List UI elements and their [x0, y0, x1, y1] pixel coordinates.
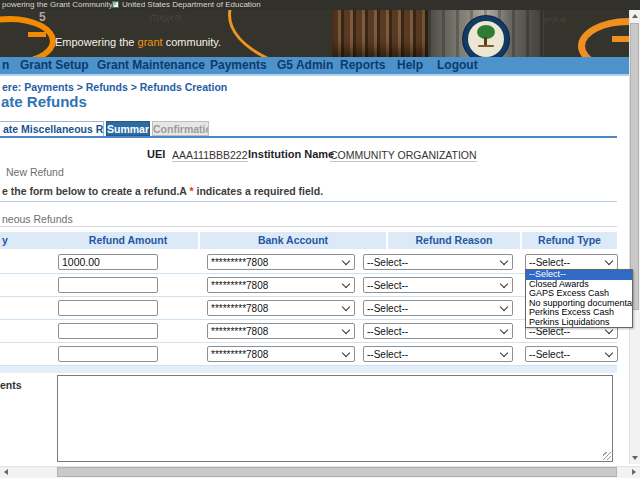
bank-account-value: *********7808	[208, 303, 343, 314]
nav-item-grant-setup[interactable]: Grant Setup	[20, 57, 89, 74]
textarea-resize-handle-icon[interactable]	[603, 452, 611, 460]
comments-label: ents	[0, 379, 22, 391]
tab-confirmation[interactable]: Confirmation	[152, 121, 209, 136]
scroll-right-button[interactable]	[628, 466, 640, 478]
dropdown-option-select[interactable]: --Select--	[526, 270, 632, 280]
refund-reason-select[interactable]: --Select--	[363, 323, 513, 339]
chevron-down-icon	[500, 303, 508, 311]
nav-bottom-strip	[0, 74, 629, 76]
chevron-down-icon	[342, 303, 350, 311]
window-title-bar: powering the Grant Community United Stat…	[0, 0, 640, 10]
column-header-refund-amount: Refund Amount	[58, 232, 198, 249]
nav-item-payments[interactable]: Payments	[210, 57, 267, 74]
bank-account-select[interactable]: *********7808	[207, 323, 355, 339]
bank-account-value: *********7808	[208, 257, 343, 268]
dropdown-option-gaps-excess-cash[interactable]: GAPS Excess Cash	[526, 289, 632, 299]
title-right-text: United States Department of Education	[122, 0, 261, 10]
arrow-left-icon	[4, 469, 8, 475]
tab-underline	[0, 136, 617, 138]
refund-amount-input[interactable]	[58, 277, 158, 293]
refund-amount-input[interactable]	[58, 300, 158, 316]
refund-reason-select[interactable]: --Select--	[363, 277, 513, 293]
bank-account-select[interactable]: *********7808	[207, 254, 355, 270]
miscellaneous-refunds-section-label: neous Refunds	[2, 213, 73, 225]
bank-account-select[interactable]: *********7808	[207, 277, 355, 293]
nav-item-reports[interactable]: Reports	[340, 57, 385, 74]
refund-reason-select[interactable]: --Select--	[363, 300, 513, 316]
nav-item-logout[interactable]: Logout	[437, 57, 478, 74]
seal-tree-ground	[478, 45, 494, 47]
bank-account-value: *********7808	[208, 349, 343, 360]
refund-type-select[interactable]: --Select--	[525, 346, 618, 362]
department-of-education-seal-icon	[463, 16, 509, 57]
new-refund-section-label: New Refund	[6, 166, 64, 178]
hint-before: e the form below to create a refund.A	[2, 185, 189, 197]
refund-reason-select[interactable]: --Select--	[363, 346, 513, 362]
refund-reason-value: --Select--	[364, 349, 501, 360]
g5-logo-crossbar	[28, 32, 46, 37]
vertical-scrollbar-thumb[interactable]	[630, 23, 639, 310]
column-header-authority: y	[0, 232, 58, 249]
dropdown-option-perkins-liquidations[interactable]: Perkins Liquidations	[526, 318, 632, 328]
title-left-text: powering the Grant Community	[2, 0, 113, 10]
comments-textarea[interactable]	[57, 375, 613, 462]
g5-logo-right-bar	[612, 36, 629, 42]
nav-item-g5-admin[interactable]: G5 Admin	[277, 57, 333, 74]
chevron-down-icon	[500, 326, 508, 334]
refund-type-value: --Select--	[526, 257, 606, 268]
refund-type-select[interactable]: --Select--	[525, 254, 618, 270]
refund-type-dropdown-list: --Select-- Closed Awards GAPS Excess Cas…	[525, 269, 633, 328]
dropdown-option-perkins-excess-cash[interactable]: Perkins Excess Cash	[526, 308, 632, 318]
bank-account-select[interactable]: *********7808	[207, 300, 355, 316]
tab-summary[interactable]: Summary	[106, 121, 150, 136]
g5-application-window: powering the Grant Community United Stat…	[0, 0, 640, 480]
chevron-down-icon	[500, 257, 508, 265]
column-header-refund-type: Refund Type	[522, 232, 617, 249]
horizontal-scrollbar-thumb[interactable]	[57, 467, 617, 477]
arrow-up-icon	[632, 14, 638, 18]
nav-item-help[interactable]: Help	[397, 57, 423, 74]
institution-name-label: Institution Name	[248, 148, 334, 160]
tagline-prefix: Empowering the	[55, 36, 138, 48]
page-title: ate Refunds	[1, 93, 87, 110]
bank-account-select[interactable]: *********7808	[207, 346, 355, 362]
hint-after: indicates a required field.	[194, 185, 324, 197]
tab-create-miscellaneous-refunds[interactable]: ate Miscellaneous Refunds	[0, 121, 104, 136]
g5-banner: (T(x))(x,0) f(x)=(x-a) 5 Empowering the …	[0, 10, 629, 57]
refund-reason-value: --Select--	[364, 257, 501, 268]
breadcrumb[interactable]: ere: Payments > Refunds > Refunds Creati…	[2, 81, 227, 93]
refund-amount-input[interactable]	[58, 323, 158, 339]
refund-amount-input[interactable]	[58, 346, 158, 362]
tagline-accent: grant	[138, 36, 163, 48]
refund-reason-select[interactable]: --Select--	[363, 254, 513, 270]
institution-name-value: COMMUNITY ORGANIZATION	[330, 149, 477, 162]
chevron-down-icon	[605, 349, 613, 357]
scroll-up-button[interactable]	[629, 10, 640, 22]
uei-label: UEI	[147, 148, 165, 160]
chevron-down-icon	[500, 349, 508, 357]
refund-reason-value: --Select--	[364, 326, 501, 337]
dropdown-option-closed-awards[interactable]: Closed Awards	[526, 280, 632, 290]
chevron-down-icon	[500, 280, 508, 288]
refund-reason-value: --Select--	[364, 303, 501, 314]
banner-tagline: Empowering the grant community.	[55, 36, 221, 48]
row-divider	[0, 342, 617, 343]
table-footer-band	[0, 366, 617, 373]
g5-logo-number: 5	[39, 10, 46, 24]
chevron-down-icon	[342, 257, 350, 265]
column-header-refund-reason: Refund Reason	[388, 232, 520, 249]
bank-account-value: *********7808	[208, 280, 343, 291]
form-hint: e the form below to create a refund.A * …	[2, 185, 323, 197]
tagline-suffix: community.	[163, 36, 221, 48]
nav-item-cut[interactable]: n	[2, 57, 9, 74]
doe-favicon-icon	[112, 1, 119, 8]
scroll-down-button[interactable]	[629, 452, 640, 464]
arrow-down-icon	[632, 456, 638, 460]
refund-type-value: --Select--	[526, 349, 606, 360]
nav-item-grant-maintenance[interactable]: Grant Maintenance	[97, 57, 205, 74]
chevron-down-icon	[342, 326, 350, 334]
dropdown-option-no-supporting-documentation[interactable]: No supporting documentation	[526, 299, 632, 309]
scroll-left-button[interactable]	[0, 466, 12, 478]
seal-tree-trunk	[484, 37, 487, 45]
refund-amount-input[interactable]	[58, 254, 158, 270]
